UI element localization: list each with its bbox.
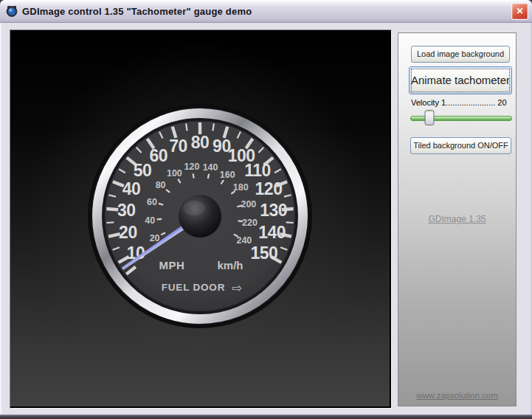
- titlebar[interactable]: GDImage control 1.35 "Tachometer" gauge …: [0, 0, 532, 23]
- velocity-range-label: Velocity 1...................... 20: [411, 98, 514, 107]
- control-panel: Load image background Animate tachometer…: [398, 32, 517, 406]
- svg-text:40: 40: [122, 179, 141, 198]
- svg-text:120: 120: [184, 162, 200, 172]
- slider-thumb[interactable]: [425, 110, 435, 125]
- svg-text:160: 160: [220, 170, 235, 180]
- svg-text:40: 40: [145, 215, 155, 226]
- svg-text:200: 200: [241, 199, 256, 210]
- gauge-canvas: 1020304050607080901001101201301401502040…: [10, 30, 392, 409]
- gdimage-version-link[interactable]: GDImage 1.35: [398, 214, 516, 224]
- svg-text:240: 240: [236, 235, 252, 246]
- window-bottom-border: [0, 415, 532, 419]
- svg-text:60: 60: [147, 197, 157, 207]
- animate-tachometer-button[interactable]: Animate tachometer: [409, 66, 512, 94]
- gauge-hub: [179, 195, 221, 238]
- app-window: GDImage control 1.35 "Tachometer" gauge …: [0, 0, 532, 419]
- svg-text:140: 140: [203, 162, 218, 173]
- app-gauge-icon: [6, 5, 18, 17]
- svg-text:100: 100: [167, 168, 182, 179]
- svg-text:70: 70: [169, 136, 187, 156]
- svg-text:180: 180: [233, 182, 249, 193]
- tiled-background-button[interactable]: Tiled background ON/OFF: [410, 137, 511, 154]
- svg-text:220: 220: [242, 218, 258, 228]
- window-title: GDImage control 1.35 "Tachometer" gauge …: [22, 0, 252, 22]
- fuel-door-label: FUEL DOOR: [162, 282, 225, 293]
- svg-text:20: 20: [150, 233, 160, 243]
- velocity-slider[interactable]: [410, 108, 512, 126]
- svg-text:80: 80: [191, 133, 210, 152]
- kmh-unit-label: km/h: [217, 259, 243, 271]
- close-icon: ✕: [516, 6, 523, 16]
- svg-text:80: 80: [156, 180, 166, 190]
- zapsolution-website-link[interactable]: www.zapsolution.com: [398, 391, 516, 400]
- svg-text:60: 60: [150, 146, 168, 165]
- client-area: 1020304050607080901001101201301401502040…: [0, 23, 532, 419]
- mph-unit-label: MPH: [159, 259, 185, 271]
- svg-text:130: 130: [260, 201, 287, 220]
- svg-text:120: 120: [255, 179, 283, 198]
- load-image-background-button[interactable]: Load image background: [411, 46, 510, 63]
- fuel-door-arrow-icon: ⇨: [232, 280, 242, 295]
- svg-text:150: 150: [250, 243, 277, 263]
- svg-text:30: 30: [117, 201, 136, 220]
- tachometer-gauge: 1020304050607080901001101201301401502040…: [10, 30, 390, 406]
- close-button[interactable]: ✕: [511, 3, 528, 20]
- svg-text:110: 110: [244, 161, 271, 180]
- svg-text:20: 20: [119, 223, 137, 242]
- svg-text:140: 140: [258, 223, 286, 242]
